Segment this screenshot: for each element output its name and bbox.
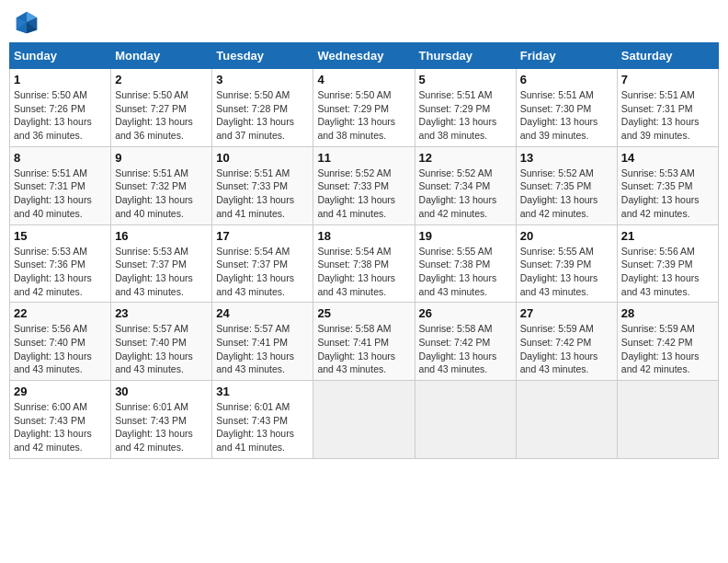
calendar-day-cell: 21Sunrise: 5:56 AMSunset: 7:39 PMDayligh… [617,224,718,303]
day-info: Sunrise: 5:58 AMSunset: 7:42 PMDaylight:… [419,322,512,376]
calendar-day-cell [415,381,516,459]
calendar-day-cell: 25Sunrise: 5:58 AMSunset: 7:41 PMDayligh… [313,303,415,381]
calendar-day-cell: 10Sunrise: 5:51 AMSunset: 7:33 PMDayligh… [212,146,313,224]
day-info: Sunrise: 5:56 AMSunset: 7:39 PMDaylight:… [621,245,714,299]
day-info: Sunrise: 5:52 AMSunset: 7:34 PMDaylight:… [419,167,512,221]
day-number: 20 [520,229,613,243]
day-of-week-header: Tuesday [212,43,313,69]
logo-icon [14,9,40,35]
day-info: Sunrise: 5:53 AMSunset: 7:36 PMDaylight:… [14,245,107,299]
day-number: 18 [317,229,410,243]
day-info: Sunrise: 5:50 AMSunset: 7:28 PMDaylight:… [216,88,309,143]
day-of-week-header: Sunday [10,43,111,69]
day-info: Sunrise: 5:52 AMSunset: 7:33 PMDaylight:… [317,167,410,221]
calendar-day-cell: 22Sunrise: 5:56 AMSunset: 7:40 PMDayligh… [10,303,111,381]
day-of-week-header: Thursday [415,43,516,69]
day-info: Sunrise: 5:51 AMSunset: 7:31 PMDaylight:… [14,167,107,221]
day-number: 28 [621,306,714,320]
calendar-day-cell: 11Sunrise: 5:52 AMSunset: 7:33 PMDayligh… [313,146,415,224]
calendar-day-cell: 28Sunrise: 5:59 AMSunset: 7:42 PMDayligh… [617,303,718,381]
calendar-day-cell: 24Sunrise: 5:57 AMSunset: 7:41 PMDayligh… [212,303,313,381]
logo [14,9,43,35]
calendar-header-row: SundayMondayTuesdayWednesdayThursdayFrid… [10,43,719,69]
day-number: 26 [419,306,512,320]
day-info: Sunrise: 5:51 AMSunset: 7:30 PMDaylight:… [520,88,613,143]
day-info: Sunrise: 5:59 AMSunset: 7:42 PMDaylight:… [520,322,613,376]
day-info: Sunrise: 6:01 AMSunset: 7:43 PMDaylight:… [115,400,208,454]
day-number: 25 [317,306,410,320]
calendar-day-cell: 26Sunrise: 5:58 AMSunset: 7:42 PMDayligh… [415,303,516,381]
day-info: Sunrise: 5:51 AMSunset: 7:29 PMDaylight:… [419,88,512,143]
calendar-day-cell: 23Sunrise: 5:57 AMSunset: 7:40 PMDayligh… [111,303,212,381]
calendar-day-cell: 29Sunrise: 6:00 AMSunset: 7:43 PMDayligh… [10,381,111,459]
day-number: 22 [14,306,107,320]
day-number: 4 [317,73,410,86]
calendar-week-row: 29Sunrise: 6:00 AMSunset: 7:43 PMDayligh… [10,381,719,459]
calendar-table: SundayMondayTuesdayWednesdayThursdayFrid… [9,42,719,459]
calendar-day-cell: 4Sunrise: 5:50 AMSunset: 7:29 PMDaylight… [313,69,415,147]
day-number: 12 [419,151,512,165]
day-info: Sunrise: 6:01 AMSunset: 7:43 PMDaylight:… [216,400,309,454]
day-info: Sunrise: 5:54 AMSunset: 7:38 PMDaylight:… [317,245,410,299]
day-number: 5 [419,73,512,86]
calendar-day-cell: 31Sunrise: 6:01 AMSunset: 7:43 PMDayligh… [212,381,313,459]
calendar-week-row: 15Sunrise: 5:53 AMSunset: 7:36 PMDayligh… [10,224,719,303]
day-info: Sunrise: 5:51 AMSunset: 7:33 PMDaylight:… [216,167,309,221]
calendar-day-cell: 6Sunrise: 5:51 AMSunset: 7:30 PMDaylight… [516,69,617,147]
calendar-day-cell: 15Sunrise: 5:53 AMSunset: 7:36 PMDayligh… [10,224,111,303]
day-number: 3 [216,73,309,86]
page-header [9,9,719,35]
day-number: 2 [115,73,208,86]
calendar-day-cell: 5Sunrise: 5:51 AMSunset: 7:29 PMDaylight… [415,69,516,147]
calendar-day-cell [617,381,718,459]
calendar-day-cell: 17Sunrise: 5:54 AMSunset: 7:37 PMDayligh… [212,224,313,303]
calendar-day-cell: 30Sunrise: 6:01 AMSunset: 7:43 PMDayligh… [111,381,212,459]
calendar-day-cell [516,381,617,459]
day-info: Sunrise: 5:51 AMSunset: 7:32 PMDaylight:… [115,167,208,221]
calendar-day-cell: 12Sunrise: 5:52 AMSunset: 7:34 PMDayligh… [415,146,516,224]
calendar-day-cell: 13Sunrise: 5:52 AMSunset: 7:35 PMDayligh… [516,146,617,224]
day-number: 6 [520,73,613,86]
day-info: Sunrise: 5:55 AMSunset: 7:38 PMDaylight:… [419,245,512,299]
day-info: Sunrise: 5:59 AMSunset: 7:42 PMDaylight:… [621,322,714,376]
day-number: 7 [621,73,714,86]
day-number: 15 [14,229,107,243]
calendar-day-cell: 2Sunrise: 5:50 AMSunset: 7:27 PMDaylight… [111,69,212,147]
day-of-week-header: Friday [516,43,617,69]
day-info: Sunrise: 6:00 AMSunset: 7:43 PMDaylight:… [14,400,107,454]
day-info: Sunrise: 5:57 AMSunset: 7:41 PMDaylight:… [216,322,309,376]
calendar-day-cell: 3Sunrise: 5:50 AMSunset: 7:28 PMDaylight… [212,69,313,147]
day-info: Sunrise: 5:50 AMSunset: 7:29 PMDaylight:… [317,88,410,143]
day-info: Sunrise: 5:51 AMSunset: 7:31 PMDaylight:… [621,88,714,143]
day-number: 1 [14,73,107,86]
calendar-day-cell: 20Sunrise: 5:55 AMSunset: 7:39 PMDayligh… [516,224,617,303]
day-number: 14 [621,151,714,165]
day-number: 24 [216,306,309,320]
day-number: 16 [115,229,208,243]
day-number: 21 [621,229,714,243]
day-number: 27 [520,306,613,320]
day-info: Sunrise: 5:55 AMSunset: 7:39 PMDaylight:… [520,245,613,299]
day-info: Sunrise: 5:56 AMSunset: 7:40 PMDaylight:… [14,322,107,376]
day-info: Sunrise: 5:58 AMSunset: 7:41 PMDaylight:… [317,322,410,376]
day-number: 9 [115,151,208,165]
day-number: 13 [520,151,613,165]
day-number: 17 [216,229,309,243]
day-number: 23 [115,306,208,320]
calendar-day-cell: 7Sunrise: 5:51 AMSunset: 7:31 PMDaylight… [617,69,718,147]
day-of-week-header: Saturday [617,43,718,69]
day-number: 31 [216,385,309,398]
calendar-week-row: 1Sunrise: 5:50 AMSunset: 7:26 PMDaylight… [10,69,719,147]
day-number: 19 [419,229,512,243]
calendar-day-cell [313,381,415,459]
day-info: Sunrise: 5:52 AMSunset: 7:35 PMDaylight:… [520,167,613,221]
calendar-day-cell: 19Sunrise: 5:55 AMSunset: 7:38 PMDayligh… [415,224,516,303]
day-number: 10 [216,151,309,165]
calendar-week-row: 22Sunrise: 5:56 AMSunset: 7:40 PMDayligh… [10,303,719,381]
day-info: Sunrise: 5:54 AMSunset: 7:37 PMDaylight:… [216,245,309,299]
day-info: Sunrise: 5:50 AMSunset: 7:26 PMDaylight:… [14,88,107,143]
day-of-week-header: Wednesday [313,43,415,69]
day-of-week-header: Monday [111,43,212,69]
day-number: 30 [115,385,208,398]
day-number: 11 [317,151,410,165]
